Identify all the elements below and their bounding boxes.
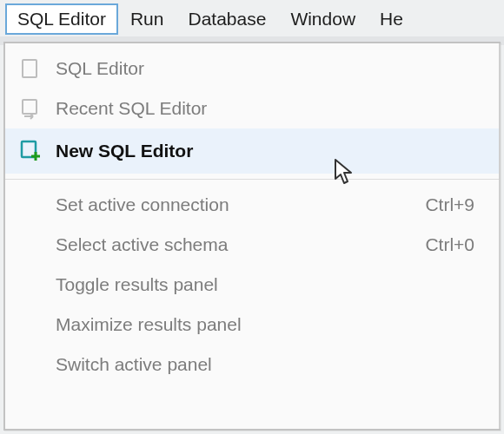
menu-run[interactable]: Run	[118, 3, 176, 35]
svg-rect-1	[23, 100, 36, 114]
menuitem-maximize-results-panel[interactable]: Maximize results panel	[5, 305, 499, 345]
menuitem-new-sql-editor[interactable]: New SQL Editor	[5, 128, 499, 174]
menuitem-sql-editor[interactable]: SQL Editor	[5, 49, 499, 89]
menuitem-select-active-schema[interactable]: Select active schema Ctrl+0	[5, 225, 499, 265]
menu-sql-editor[interactable]: SQL Editor	[5, 3, 118, 35]
menu-database[interactable]: Database	[176, 3, 278, 35]
menuitem-switch-active-panel[interactable]: Switch active panel	[5, 345, 499, 385]
menuitem-label: Toggle results panel	[56, 274, 218, 295]
sql-editor-menu-dropdown: SQL Editor Recent SQL Editor New SQL Edi…	[3, 42, 501, 431]
menu-window[interactable]: Window	[278, 3, 368, 35]
menubar: SQL Editor Run Database Window He	[5, 3, 504, 35]
menu-help-truncated[interactable]: He	[368, 3, 415, 35]
svg-rect-0	[23, 60, 36, 77]
menuitem-label: Recent SQL Editor	[56, 98, 207, 119]
recent-sql-editor-icon	[5, 97, 56, 120]
menuitem-label: SQL Editor	[56, 58, 144, 79]
menuitem-recent-sql-editor[interactable]: Recent SQL Editor	[5, 89, 499, 128]
menuitem-shortcut: Ctrl+9	[425, 194, 474, 215]
menu-divider	[5, 179, 499, 180]
menuitem-label: Set active connection	[56, 194, 229, 215]
menuitem-set-active-connection[interactable]: Set active connection Ctrl+9	[5, 185, 499, 225]
menuitem-label: Maximize results panel	[56, 314, 242, 335]
menuitem-label: New SQL Editor	[56, 141, 193, 161]
menuitem-toggle-results-panel[interactable]: Toggle results panel	[5, 265, 499, 305]
svg-rect-2	[22, 141, 36, 157]
sql-editor-icon	[5, 57, 56, 80]
menuitem-label: Switch active panel	[56, 354, 212, 375]
menuitem-shortcut: Ctrl+0	[425, 234, 474, 255]
menuitem-label: Select active schema	[56, 234, 228, 255]
new-sql-editor-icon	[5, 140, 56, 162]
